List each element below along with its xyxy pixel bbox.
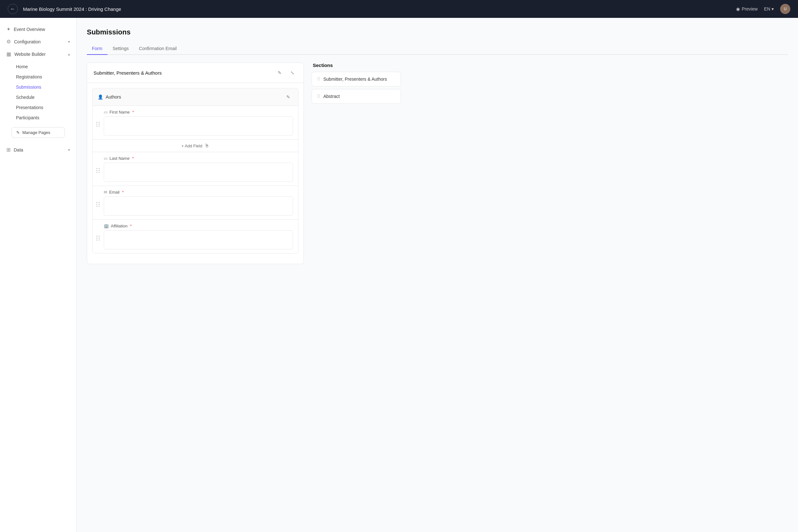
gear-icon: ⚙ bbox=[6, 39, 11, 45]
drag-handle-email[interactable] bbox=[93, 199, 104, 207]
submissions-label: Submissions bbox=[16, 84, 41, 90]
section-item-abstract[interactable]: ⠿ Abstract bbox=[311, 89, 401, 104]
section-label-abstract: Abstract bbox=[323, 94, 340, 99]
sections-panel: Sections ⠿ Submitter, Presenters & Autho… bbox=[311, 62, 401, 264]
field-header-affiliation: 🏢 Affiliation * bbox=[104, 224, 293, 228]
eye-icon: ◉ bbox=[736, 6, 740, 12]
sidebar-label-data: Data bbox=[14, 147, 23, 152]
email-icon: ✉ bbox=[104, 190, 107, 194]
preview-button[interactable]: ◉ Preview bbox=[736, 6, 758, 12]
drag-handle-last-name[interactable] bbox=[93, 165, 104, 173]
sidebar-item-presentations[interactable]: Presentations bbox=[0, 102, 76, 113]
field-header-email: ✉ Email * bbox=[104, 190, 293, 194]
field-row-last-name: ▭ Last Name * bbox=[93, 152, 298, 186]
sidebar-item-configuration[interactable]: ⚙ Configuration ▾ bbox=[0, 35, 76, 48]
drag-handle-affiliation[interactable] bbox=[93, 232, 104, 241]
sidebar-item-website-builder[interactable]: ▦ Website Builder ▴ bbox=[0, 48, 76, 60]
edit-authors-button[interactable]: ✎ bbox=[284, 92, 293, 102]
sidebar-item-schedule[interactable]: Schedule bbox=[0, 92, 76, 102]
main-layout: ✦ Event Overview ⚙ Configuration ▾ ▦ Web… bbox=[0, 18, 798, 532]
sidebar-item-participants[interactable]: Participants bbox=[0, 113, 76, 123]
drag-dots-icon: ⠿ bbox=[317, 77, 320, 82]
drag-handle-first-name[interactable] bbox=[93, 119, 104, 127]
expand-icon: ⤡ bbox=[290, 70, 294, 75]
grid-icon: ▦ bbox=[6, 51, 11, 57]
field-content-last-name: ▭ Last Name * bbox=[104, 152, 298, 186]
cursor-icon: 🖱 bbox=[204, 143, 210, 149]
field-content-affiliation: 🏢 Affiliation * bbox=[104, 220, 298, 253]
participants-label: Participants bbox=[16, 115, 39, 120]
sidebar-label-website-builder: Website Builder bbox=[14, 52, 46, 57]
edit-icon: ✎ bbox=[16, 130, 20, 135]
tab-bar: Form Settings Confirmation Email bbox=[87, 43, 788, 55]
people-icon: 👤 bbox=[98, 94, 103, 99]
top-navigation: ← Marine Biology Summit 2024 : Driving C… bbox=[0, 0, 798, 18]
section-header-icons: ✎ ⤡ bbox=[275, 68, 297, 77]
pencil-icon: ✎ bbox=[278, 70, 282, 75]
sidebar-item-registrations[interactable]: Registrations bbox=[0, 72, 76, 82]
first-name-input-preview bbox=[104, 116, 293, 136]
field-content-first-name: ▭ First Name * bbox=[104, 106, 298, 139]
last-name-input-preview bbox=[104, 163, 293, 182]
tab-form[interactable]: Form bbox=[87, 43, 108, 55]
schedule-label: Schedule bbox=[16, 95, 35, 100]
preview-label: Preview bbox=[742, 6, 758, 12]
manage-pages-button[interactable]: ✎ Manage Pages bbox=[12, 127, 65, 138]
back-icon: ← bbox=[10, 6, 15, 12]
avatar-initials: U bbox=[784, 7, 787, 11]
main-content: Submissions Form Settings Confirmation E… bbox=[77, 18, 798, 532]
lang-label: EN bbox=[764, 6, 770, 12]
section-card-submitter: Submitter, Presenters & Authors ✎ ⤡ bbox=[87, 62, 304, 264]
section-card-header: Submitter, Presenters & Authors ✎ ⤡ bbox=[87, 63, 304, 83]
text-field-icon: ▭ bbox=[104, 110, 108, 114]
sidebar-label-event-overview: Event Overview bbox=[14, 27, 45, 32]
tab-confirmation-email[interactable]: Confirmation Email bbox=[134, 43, 182, 55]
text-field-icon-ln: ▭ bbox=[104, 156, 108, 161]
add-icon: + Add Field bbox=[181, 144, 202, 148]
sidebar-item-submissions[interactable]: Submissions bbox=[0, 82, 76, 92]
sidebar-item-event-overview[interactable]: ✦ Event Overview bbox=[0, 23, 76, 35]
user-avatar[interactable]: U bbox=[780, 4, 790, 14]
expand-section-button[interactable]: ⤡ bbox=[288, 68, 297, 77]
authors-block: 👤 Authors ✎ bbox=[92, 88, 298, 253]
authors-header: 👤 Authors ✎ bbox=[93, 88, 298, 106]
app-title: Marine Biology Summit 2024 : Driving Cha… bbox=[23, 6, 731, 12]
field-row-affiliation: 🏢 Affiliation * bbox=[93, 220, 298, 253]
page-title: Submissions bbox=[87, 28, 788, 36]
topnav-actions: ◉ Preview EN ▾ U bbox=[736, 4, 790, 14]
website-builder-subnav: Home Registrations Submissions Schedule … bbox=[0, 60, 76, 144]
sidebar: ✦ Event Overview ⚙ Configuration ▾ ▦ Web… bbox=[0, 18, 77, 532]
first-name-label: First Name bbox=[109, 110, 130, 114]
chevron-down-icon-data: ▾ bbox=[68, 148, 70, 152]
language-selector[interactable]: EN ▾ bbox=[764, 6, 774, 12]
field-content-email: ✉ Email * bbox=[104, 186, 298, 220]
drag-dots-icon-abstract: ⠿ bbox=[317, 94, 320, 99]
authors-header-left: 👤 Authors bbox=[98, 94, 121, 99]
chevron-down-icon: ▾ bbox=[772, 6, 774, 12]
sections-panel-title: Sections bbox=[311, 62, 401, 68]
registrations-label: Registrations bbox=[16, 74, 42, 79]
sidebar-item-data[interactable]: ⊞ Data ▾ bbox=[0, 144, 76, 156]
star-icon: ✦ bbox=[6, 26, 11, 32]
field-header-last-name: ▭ Last Name * bbox=[104, 156, 293, 161]
section-item-submitter[interactable]: ⠿ Submitter, Presenters & Authors bbox=[311, 72, 401, 87]
form-area: Submitter, Presenters & Authors ✎ ⤡ bbox=[87, 62, 304, 264]
field-header-first-name: ▭ First Name * bbox=[104, 110, 293, 114]
sidebar-item-home[interactable]: Home bbox=[0, 61, 76, 72]
section-card-title: Submitter, Presenters & Authors bbox=[93, 70, 162, 76]
edit-section-button[interactable]: ✎ bbox=[275, 68, 285, 77]
content-layout: Submitter, Presenters & Authors ✎ ⤡ bbox=[87, 62, 788, 264]
back-button[interactable]: ← bbox=[8, 4, 18, 14]
section-label-submitter: Submitter, Presenters & Authors bbox=[323, 77, 387, 82]
sidebar-label-configuration: Configuration bbox=[14, 39, 40, 44]
email-label: Email bbox=[109, 190, 120, 194]
chevron-up-icon: ▴ bbox=[68, 52, 70, 56]
add-field-button-1[interactable]: + Add Field 🖱 bbox=[93, 140, 298, 152]
pencil-icon-authors: ✎ bbox=[286, 94, 290, 99]
tab-settings[interactable]: Settings bbox=[108, 43, 134, 55]
affiliation-label: Affiliation bbox=[111, 224, 128, 228]
field-row-first-name: ▭ First Name * bbox=[93, 106, 298, 140]
field-row-email: ✉ Email * bbox=[93, 186, 298, 220]
required-indicator-email: * bbox=[122, 190, 124, 194]
home-label: Home bbox=[16, 64, 28, 69]
